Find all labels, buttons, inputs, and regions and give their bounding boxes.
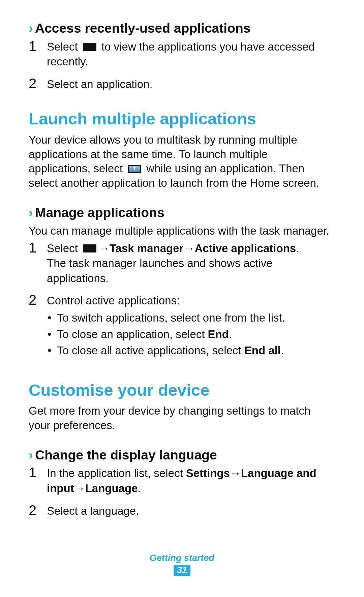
- chevron-icon: ›: [29, 21, 33, 35]
- recent-apps-icon: [83, 43, 96, 51]
- chevron-icon: ›: [29, 448, 33, 462]
- subheading-change-language: ›Change the display language: [29, 447, 332, 464]
- footer-page-number: 31: [174, 565, 190, 576]
- steps-change-language: In the application list, select Settings…: [29, 466, 332, 518]
- home-icon: [128, 165, 141, 173]
- page-footer: Getting started 31: [0, 553, 364, 576]
- subheading-access-recent: ›Access recently-used applications: [29, 20, 332, 37]
- paragraph-launch-multiple: Your device allows you to multitask by r…: [29, 133, 332, 191]
- step-item: Select → Task manager → Active applicati…: [29, 241, 332, 286]
- steps-access-recent: Select to view the applications you have…: [29, 39, 332, 92]
- footer-section-name: Getting started: [0, 553, 364, 563]
- step-item: Control active applications: To switch a…: [29, 293, 332, 358]
- heading-customise: Customise your device: [29, 380, 332, 400]
- step-item: Select a language.: [29, 504, 332, 519]
- paragraph-manage-intro: You can manage multiple applications wit…: [29, 224, 332, 238]
- recent-apps-icon: [83, 244, 96, 252]
- subheading-text: Access recently-used applications: [35, 21, 250, 35]
- step-item: Select to view the applications you have…: [29, 39, 332, 69]
- step-item: In the application list, select Settings…: [29, 466, 332, 496]
- heading-launch-multiple: Launch multiple applications: [29, 109, 332, 129]
- steps-manage-apps: Select → Task manager → Active applicati…: [29, 241, 332, 358]
- step-item: Select an application.: [29, 77, 332, 92]
- bullet-item: To close all active applications, select…: [47, 343, 332, 358]
- paragraph-customise: Get more from your device by changing se…: [29, 404, 332, 433]
- bullet-list: To switch applications, select one from …: [47, 310, 332, 358]
- chevron-icon: ›: [29, 205, 33, 220]
- subheading-manage-apps: ›Manage applications: [29, 205, 332, 221]
- page-content: ›Access recently-used applications Selec…: [29, 20, 332, 526]
- subheading-text: Manage applications: [35, 205, 164, 220]
- bullet-item: To close an application, select End.: [47, 327, 332, 342]
- bullet-item: To switch applications, select one from …: [47, 310, 332, 326]
- subheading-text: Change the display language: [35, 448, 217, 462]
